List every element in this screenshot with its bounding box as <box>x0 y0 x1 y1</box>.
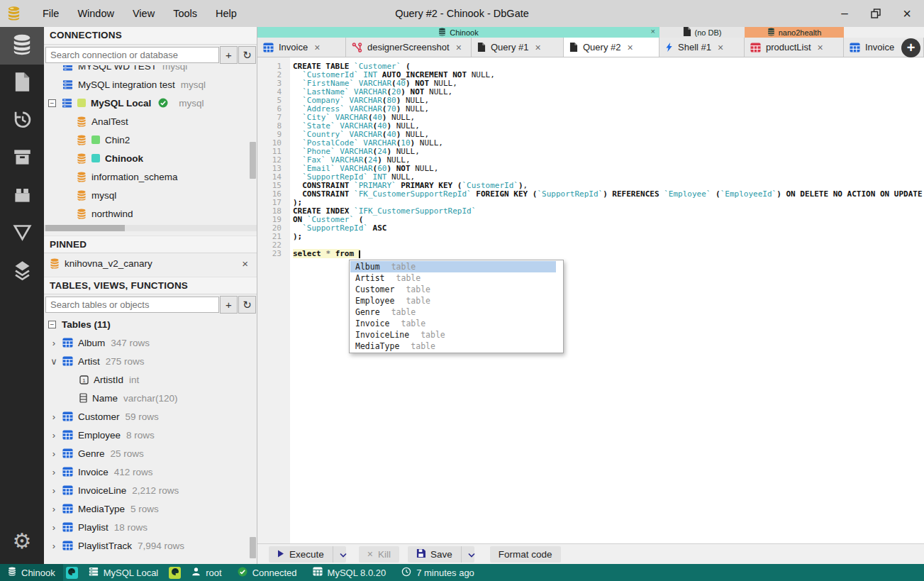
tab-group-nano2health[interactable]: nano2health <box>745 27 844 38</box>
autocomplete-item-album[interactable]: Albumtable <box>350 261 562 272</box>
table-item[interactable]: ›Genre25 rows <box>44 444 257 463</box>
close-tab-icon[interactable]: × <box>718 42 723 53</box>
column-item[interactable]: Namevarchar(120) <box>44 389 257 407</box>
tab-invoice[interactable]: Invoice× <box>257 38 346 57</box>
refresh-connections-button[interactable]: ↻ <box>238 46 256 64</box>
tab-productlist[interactable]: productList× <box>745 38 844 57</box>
close-tab-icon[interactable]: × <box>456 42 462 53</box>
table-item[interactable]: ›InvoiceLine2,212 rows <box>44 481 257 499</box>
table-item[interactable]: ›Album347 rows <box>44 333 257 352</box>
tab-group-chinook[interactable]: Chinook× <box>257 27 659 38</box>
chevron-right-icon[interactable]: › <box>50 504 58 514</box>
chevron-right-icon[interactable]: › <box>50 448 58 459</box>
autocomplete-item-customer[interactable]: Customertable <box>350 284 562 295</box>
execute-dropdown-button[interactable] <box>333 546 346 563</box>
status-version[interactable]: MySQL 8.0.20 <box>305 564 394 581</box>
close-tab-icon[interactable]: × <box>535 42 540 53</box>
autocomplete-item-mediatype[interactable]: MediaTypetable <box>350 341 562 352</box>
activity-item-history[interactable] <box>0 102 44 140</box>
chevron-right-icon[interactable]: › <box>50 467 58 477</box>
chevron-right-icon[interactable]: › <box>50 430 58 441</box>
close-button[interactable]: × <box>900 6 914 21</box>
execute-button[interactable]: Execute <box>269 546 333 563</box>
connection-item[interactable]: MySQL integration testmysql <box>44 75 257 94</box>
tab-group--no-db-[interactable]: (no DB) <box>659 27 745 38</box>
status-user[interactable]: root <box>184 564 229 581</box>
table-item[interactable]: ∨Artist275 rows <box>44 352 257 370</box>
autocomplete-item-employee[interactable]: Employeetable <box>350 295 562 306</box>
tables-group-row[interactable]: −Tables (11) <box>44 315 257 333</box>
close-tab-icon[interactable]: × <box>818 42 823 53</box>
connection-item[interactable]: Chin2 <box>44 131 257 149</box>
scrollbar-thumb[interactable] <box>45 225 125 231</box>
table-search-input[interactable] <box>45 297 219 313</box>
activity-item-database[interactable] <box>0 27 44 65</box>
tab-query--2[interactable]: Query #2× <box>564 38 659 57</box>
close-tab-icon[interactable]: × <box>314 42 320 53</box>
connection-search-input[interactable] <box>45 47 219 63</box>
connection-item[interactable]: mysql <box>44 186 257 204</box>
menu-item-window[interactable]: Window <box>68 8 123 19</box>
tables-vertical-scrollbar[interactable] <box>250 537 256 558</box>
table-item[interactable]: ›PlaylistTrack7,994 rows <box>44 536 257 555</box>
activity-item-export[interactable] <box>0 215 44 253</box>
tab-shell--1[interactable]: Shell #1× <box>659 38 745 57</box>
activity-item-archive[interactable] <box>0 140 44 177</box>
add-connection-button[interactable]: + <box>220 46 238 64</box>
refresh-objects-button[interactable]: ↻ <box>238 296 256 314</box>
chevron-down-icon[interactable]: ∨ <box>50 356 58 367</box>
restore-button[interactable] <box>869 6 883 21</box>
autocomplete-scrollbar[interactable] <box>556 261 562 272</box>
status-saved-time[interactable]: 7 minutes ago <box>394 564 482 581</box>
activity-item-settings[interactable]: ⚙ <box>0 522 44 560</box>
unpin-close-icon[interactable]: × <box>242 258 248 270</box>
column-item[interactable]: 1ArtistIdint <box>44 370 257 389</box>
add-object-button[interactable]: + <box>220 296 238 314</box>
table-item[interactable]: ›Invoice412 rows <box>44 463 257 481</box>
connection-item[interactable]: −MySQL Localmysql <box>44 94 257 112</box>
autocomplete-item-invoice[interactable]: Invoicetable <box>350 318 562 329</box>
connection-item[interactable]: northwind <box>44 204 257 223</box>
connection-item[interactable]: AnalTest <box>44 112 257 131</box>
status-connected[interactable]: Connected <box>230 564 305 581</box>
table-item[interactable]: ›Playlist18 rows <box>44 518 257 536</box>
autocomplete-item-artist[interactable]: Artisttable <box>350 272 562 284</box>
status-database[interactable]: Chinook <box>0 564 63 581</box>
chevron-right-icon[interactable]: › <box>50 485 58 496</box>
tab-designerscreenshot[interactable]: designerScreenshot× <box>346 38 472 57</box>
connection-color-swatch[interactable] <box>169 567 181 579</box>
collapse-expander-icon[interactable]: − <box>48 99 56 107</box>
activity-item-files[interactable] <box>0 65 44 102</box>
menu-item-file[interactable]: File <box>33 8 68 19</box>
format-code-button[interactable]: Format code <box>490 546 561 563</box>
connection-item[interactable]: MYSQL WD TESTmysql <box>44 65 257 75</box>
connection-item[interactable]: information_schema <box>44 167 257 186</box>
chevron-right-icon[interactable]: › <box>50 411 58 422</box>
table-item[interactable]: ›Employee8 rows <box>44 426 257 444</box>
database-color-swatch[interactable] <box>66 567 78 579</box>
menu-item-help[interactable]: Help <box>206 8 246 19</box>
collapse-expander-icon[interactable]: − <box>48 321 56 328</box>
minimize-button[interactable]: – <box>837 6 852 21</box>
pinned-item[interactable]: knihovna_v2_canary× <box>44 253 257 274</box>
connections-horizontal-scrollbar[interactable] <box>44 225 257 231</box>
close-group-icon[interactable]: × <box>651 27 655 35</box>
status-connection[interactable]: MySQL Local <box>81 564 167 581</box>
table-item[interactable]: ›MediaType5 rows <box>44 499 257 518</box>
table-item[interactable]: ›Customer59 rows <box>44 407 257 426</box>
autocomplete-item-invoiceline[interactable]: InvoiceLinetable <box>350 329 562 341</box>
chevron-right-icon[interactable]: › <box>50 338 58 348</box>
chevron-right-icon[interactable]: › <box>50 522 58 533</box>
activity-item-layers[interactable] <box>0 253 44 290</box>
new-tab-button[interactable]: + <box>901 38 920 57</box>
save-button[interactable]: Save <box>408 546 461 563</box>
close-tab-icon[interactable]: × <box>627 42 633 53</box>
chevron-right-icon[interactable]: › <box>50 541 58 551</box>
menu-item-view[interactable]: View <box>123 8 164 19</box>
connection-item[interactable]: Chinook <box>44 149 257 167</box>
tab-query--1[interactable]: Query #1× <box>472 38 564 57</box>
autocomplete-item-genre[interactable]: Genretable <box>350 306 562 318</box>
activity-item-plugins[interactable] <box>0 177 44 215</box>
connections-vertical-scrollbar[interactable] <box>250 142 256 179</box>
save-dropdown-button[interactable] <box>461 546 474 563</box>
